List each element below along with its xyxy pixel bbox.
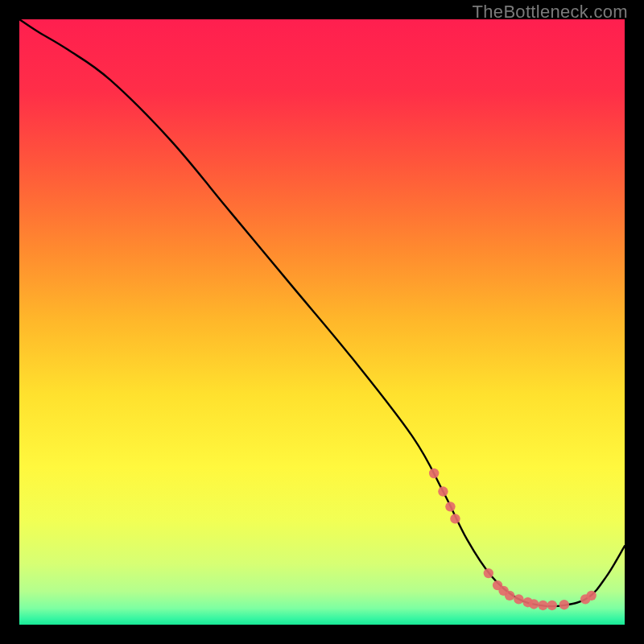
highlight-point <box>484 568 493 578</box>
highlight-point <box>450 514 460 523</box>
highlight-point <box>538 601 547 610</box>
chart-plot-area <box>19 19 625 625</box>
highlight-point <box>505 591 514 601</box>
watermark-text: TheBottleneck.com <box>473 2 628 23</box>
highlight-point <box>445 502 455 511</box>
highlight-point <box>514 594 523 604</box>
highlight-point <box>586 591 596 601</box>
highlight-point <box>438 486 448 496</box>
highlight-point <box>547 601 557 610</box>
chart-stage: TheBottleneck.com <box>0 0 644 644</box>
chart-svg <box>19 19 625 625</box>
highlight-point <box>429 469 439 478</box>
highlight-point <box>529 599 539 609</box>
highlight-point <box>559 600 569 609</box>
